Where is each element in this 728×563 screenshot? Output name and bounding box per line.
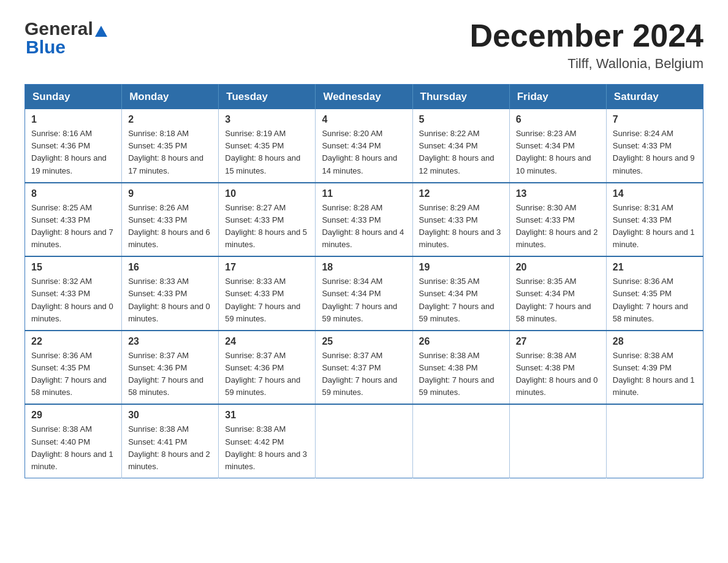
day-number: 15 — [31, 262, 115, 273]
calendar-cell: 2Sunrise: 8:18 AMSunset: 4:35 PMDaylight… — [122, 109, 219, 183]
day-number: 24 — [225, 336, 309, 347]
month-title: December 2024 — [469, 18, 703, 53]
logo-triangle-icon — [95, 26, 107, 37]
calendar-cell: 8Sunrise: 8:25 AMSunset: 4:33 PMDaylight… — [25, 183, 122, 257]
day-number: 21 — [613, 262, 697, 273]
calendar-cell: 29Sunrise: 8:38 AMSunset: 4:40 PMDayligh… — [25, 404, 122, 478]
day-number: 30 — [128, 410, 212, 421]
day-number: 31 — [225, 410, 309, 421]
day-number: 27 — [516, 336, 600, 347]
day-number: 18 — [322, 262, 406, 273]
day-number: 20 — [516, 262, 600, 273]
calendar-cell: 27Sunrise: 8:38 AMSunset: 4:38 PMDayligh… — [509, 331, 606, 405]
calendar-cell: 11Sunrise: 8:28 AMSunset: 4:33 PMDayligh… — [316, 183, 412, 257]
calendar-cell: 7Sunrise: 8:24 AMSunset: 4:33 PMDaylight… — [606, 109, 703, 183]
calendar-cell: 1Sunrise: 8:16 AMSunset: 4:36 PMDaylight… — [25, 109, 122, 183]
day-info: Sunrise: 8:33 AMSunset: 4:33 PMDaylight:… — [225, 275, 309, 325]
day-info: Sunrise: 8:26 AMSunset: 4:33 PMDaylight:… — [128, 202, 212, 251]
day-number: 9 — [128, 188, 212, 199]
calendar-cell: 9Sunrise: 8:26 AMSunset: 4:33 PMDaylight… — [122, 183, 219, 257]
location-title: Tilff, Wallonia, Belgium — [469, 56, 703, 72]
calendar-header-monday: Monday — [122, 85, 219, 110]
logo-general-text: General — [25, 18, 93, 39]
calendar-cell: 25Sunrise: 8:37 AMSunset: 4:37 PMDayligh… — [316, 331, 412, 405]
day-number: 29 — [31, 410, 115, 421]
day-info: Sunrise: 8:38 AMSunset: 4:38 PMDaylight:… — [419, 350, 503, 399]
title-section: December 2024 Tilff, Wallonia, Belgium — [469, 18, 703, 72]
calendar-cell — [606, 404, 703, 478]
day-number: 12 — [419, 188, 503, 199]
day-info: Sunrise: 8:19 AMSunset: 4:35 PMDaylight:… — [225, 128, 309, 177]
calendar-cell — [412, 404, 509, 478]
day-info: Sunrise: 8:38 AMSunset: 4:39 PMDaylight:… — [613, 350, 697, 399]
calendar-cell: 22Sunrise: 8:36 AMSunset: 4:35 PMDayligh… — [25, 331, 122, 405]
calendar-cell: 31Sunrise: 8:38 AMSunset: 4:42 PMDayligh… — [219, 404, 316, 478]
day-info: Sunrise: 8:29 AMSunset: 4:33 PMDaylight:… — [419, 202, 503, 251]
day-info: Sunrise: 8:36 AMSunset: 4:35 PMDaylight:… — [613, 275, 697, 325]
day-info: Sunrise: 8:38 AMSunset: 4:38 PMDaylight:… — [516, 350, 600, 399]
day-number: 22 — [31, 336, 115, 347]
day-info: Sunrise: 8:38 AMSunset: 4:41 PMDaylight:… — [128, 423, 212, 473]
day-number: 25 — [322, 336, 406, 347]
day-number: 23 — [128, 336, 212, 347]
day-number: 19 — [419, 262, 503, 273]
calendar-cell: 14Sunrise: 8:31 AMSunset: 4:33 PMDayligh… — [606, 183, 703, 257]
day-info: Sunrise: 8:37 AMSunset: 4:37 PMDaylight:… — [322, 350, 406, 399]
day-number: 7 — [613, 114, 697, 125]
calendar-cell: 18Sunrise: 8:34 AMSunset: 4:34 PMDayligh… — [316, 256, 412, 331]
day-info: Sunrise: 8:35 AMSunset: 4:34 PMDaylight:… — [516, 275, 600, 325]
page-header: General Blue December 2024 Tilff, Wallon… — [25, 18, 703, 72]
day-number: 17 — [225, 262, 309, 273]
day-number: 28 — [613, 336, 697, 347]
calendar-cell: 30Sunrise: 8:38 AMSunset: 4:41 PMDayligh… — [122, 404, 219, 478]
calendar-cell: 6Sunrise: 8:23 AMSunset: 4:34 PMDaylight… — [509, 109, 606, 183]
day-info: Sunrise: 8:35 AMSunset: 4:34 PMDaylight:… — [419, 275, 503, 325]
day-info: Sunrise: 8:37 AMSunset: 4:36 PMDaylight:… — [225, 350, 309, 399]
calendar-cell — [316, 404, 412, 478]
calendar-cell: 28Sunrise: 8:38 AMSunset: 4:39 PMDayligh… — [606, 331, 703, 405]
calendar-table: SundayMondayTuesdayWednesdayThursdayFrid… — [25, 84, 703, 478]
calendar-cell: 16Sunrise: 8:33 AMSunset: 4:33 PMDayligh… — [122, 256, 219, 331]
day-number: 1 — [31, 114, 115, 125]
calendar-cell: 24Sunrise: 8:37 AMSunset: 4:36 PMDayligh… — [219, 331, 316, 405]
logo-blue-text: Blue — [25, 37, 66, 58]
calendar-cell: 5Sunrise: 8:22 AMSunset: 4:34 PMDaylight… — [412, 109, 509, 183]
calendar-cell: 19Sunrise: 8:35 AMSunset: 4:34 PMDayligh… — [412, 256, 509, 331]
day-info: Sunrise: 8:23 AMSunset: 4:34 PMDaylight:… — [516, 128, 600, 177]
calendar-cell: 3Sunrise: 8:19 AMSunset: 4:35 PMDaylight… — [219, 109, 316, 183]
day-number: 16 — [128, 262, 212, 273]
day-number: 2 — [128, 114, 212, 125]
calendar-cell: 17Sunrise: 8:33 AMSunset: 4:33 PMDayligh… — [219, 256, 316, 331]
day-number: 5 — [419, 114, 503, 125]
day-info: Sunrise: 8:36 AMSunset: 4:35 PMDaylight:… — [31, 350, 115, 399]
day-info: Sunrise: 8:33 AMSunset: 4:33 PMDaylight:… — [128, 275, 212, 325]
day-info: Sunrise: 8:38 AMSunset: 4:40 PMDaylight:… — [31, 423, 115, 473]
calendar-header-friday: Friday — [509, 85, 606, 110]
day-info: Sunrise: 8:38 AMSunset: 4:42 PMDaylight:… — [225, 423, 309, 473]
logo: General Blue — [25, 18, 107, 58]
calendar-cell: 23Sunrise: 8:37 AMSunset: 4:36 PMDayligh… — [122, 331, 219, 405]
calendar-cell: 20Sunrise: 8:35 AMSunset: 4:34 PMDayligh… — [509, 256, 606, 331]
calendar-header-saturday: Saturday — [606, 85, 703, 110]
day-info: Sunrise: 8:22 AMSunset: 4:34 PMDaylight:… — [419, 128, 503, 177]
day-info: Sunrise: 8:27 AMSunset: 4:33 PMDaylight:… — [225, 202, 309, 251]
calendar-cell — [509, 404, 606, 478]
calendar-header-wednesday: Wednesday — [316, 85, 412, 110]
calendar-cell: 15Sunrise: 8:32 AMSunset: 4:33 PMDayligh… — [25, 256, 122, 331]
day-number: 10 — [225, 188, 309, 199]
day-info: Sunrise: 8:25 AMSunset: 4:33 PMDaylight:… — [31, 202, 115, 251]
day-info: Sunrise: 8:24 AMSunset: 4:33 PMDaylight:… — [613, 128, 697, 177]
day-info: Sunrise: 8:31 AMSunset: 4:33 PMDaylight:… — [613, 202, 697, 251]
calendar-cell: 12Sunrise: 8:29 AMSunset: 4:33 PMDayligh… — [412, 183, 509, 257]
calendar-header-sunday: Sunday — [25, 85, 122, 110]
day-info: Sunrise: 8:32 AMSunset: 4:33 PMDaylight:… — [31, 275, 115, 325]
calendar-header-thursday: Thursday — [412, 85, 509, 110]
day-number: 14 — [613, 188, 697, 199]
day-number: 8 — [31, 188, 115, 199]
calendar-cell: 21Sunrise: 8:36 AMSunset: 4:35 PMDayligh… — [606, 256, 703, 331]
day-info: Sunrise: 8:16 AMSunset: 4:36 PMDaylight:… — [31, 128, 115, 177]
day-number: 11 — [322, 188, 406, 199]
day-number: 26 — [419, 336, 503, 347]
day-info: Sunrise: 8:20 AMSunset: 4:34 PMDaylight:… — [322, 128, 406, 177]
day-info: Sunrise: 8:34 AMSunset: 4:34 PMDaylight:… — [322, 275, 406, 325]
